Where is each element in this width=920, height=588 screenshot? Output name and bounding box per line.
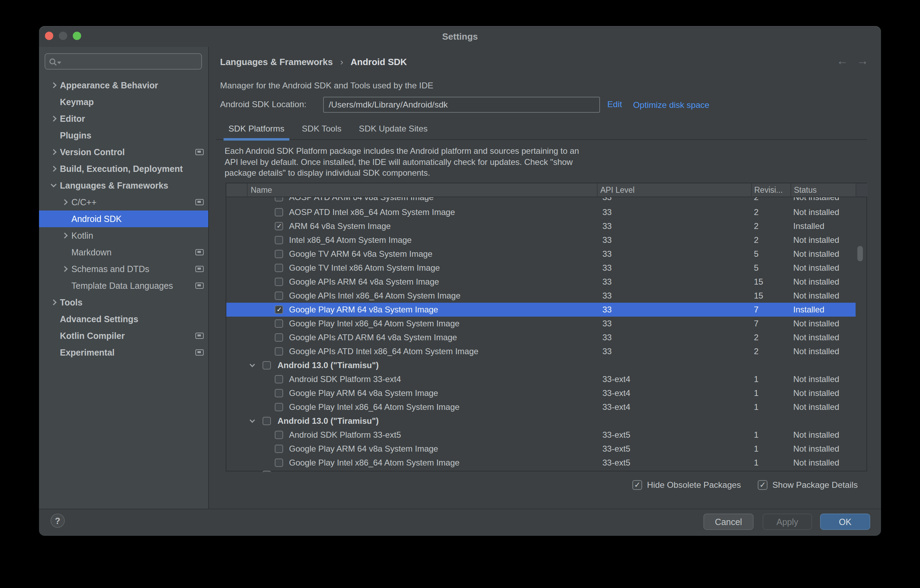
table-row-clipped[interactable]: ✓ AOSP ATD ARM 64 v8a System Image 33 2 … (226, 197, 867, 205)
table-row[interactable]: ✓ ARM 64 v8a System Image 33 2 Installed (226, 219, 855, 233)
sidebar-item-android-sdk[interactable]: Android SDK (39, 210, 208, 227)
chevron-right-icon[interactable] (51, 82, 57, 88)
row-checkbox[interactable]: ✓ (275, 264, 283, 272)
chevron-down-icon[interactable] (249, 417, 255, 423)
column-header-revisi[interactable]: Revisi... (754, 183, 783, 197)
sidebar-item-experimental[interactable]: Experimental (39, 344, 208, 361)
table-row[interactable]: ✓ Google TV Intel x86 Atom System Image … (226, 261, 855, 275)
tab-sdk-tools[interactable]: SDK Tools (297, 120, 347, 140)
sidebar-item-editor[interactable]: Editor (39, 110, 208, 127)
table-row[interactable]: ✓ AOSP ATD Intel x86_64 Atom System Imag… (226, 205, 855, 219)
table-row[interactable]: ✓ Android SDK Platform 33-ext5 33-ext5 1… (226, 428, 855, 442)
row-checkbox[interactable]: ✓ (275, 389, 283, 397)
table-row[interactable]: ✓ Google APIs Intel x86_64 Atom System I… (226, 289, 855, 303)
row-checkbox[interactable]: ✓ (262, 471, 271, 472)
table-row[interactable]: ✓ Android SDK Platform 33-ext4 33-ext4 1… (226, 372, 855, 386)
row-checkbox[interactable]: ✓ (275, 320, 283, 328)
row-checkbox[interactable]: ✓ (275, 250, 283, 258)
table-group-row[interactable]: ✓ (226, 470, 855, 472)
row-checkbox[interactable]: ✓ (275, 445, 283, 453)
option-checkbox[interactable]: ✓ (632, 480, 642, 490)
row-checkbox[interactable]: ✓ (262, 417, 271, 425)
help-button[interactable]: ? (50, 514, 65, 528)
tab-sdk-update-sites[interactable]: SDK Update Sites (354, 120, 432, 140)
sidebar-item-tools[interactable]: Tools (39, 294, 208, 311)
chevron-down-icon[interactable] (51, 182, 57, 187)
sidebar-item-plugins[interactable]: Plugins (39, 127, 208, 144)
sidebar-item-c-c[interactable]: C/C++ (39, 194, 208, 210)
search-input[interactable] (63, 54, 201, 69)
sidebar-item-appearance-behavior[interactable]: Appearance & Behavior (39, 77, 208, 94)
back-arrow-icon[interactable]: ← (836, 54, 848, 68)
sidebar-item-template-data-languages[interactable]: Template Data Languages (39, 277, 208, 294)
chevron-right-icon[interactable] (62, 199, 68, 205)
table-row[interactable]: ✓ Google Play Intel x86_64 Atom System I… (226, 317, 855, 331)
chevron-right-icon[interactable] (51, 300, 57, 305)
row-checkbox[interactable]: ✓ (275, 278, 283, 286)
sidebar-item-version-control[interactable]: Version Control (39, 144, 208, 160)
row-checkbox[interactable]: ✓ (275, 197, 283, 202)
chevron-right-icon[interactable] (51, 116, 57, 122)
sidebar-item-kotlin-compiler[interactable]: Kotlin Compiler (39, 327, 208, 344)
column-divider[interactable] (597, 183, 598, 197)
row-checkbox[interactable]: ✓ (275, 347, 283, 355)
sidebar-item-kotlin[interactable]: Kotlin (39, 227, 208, 244)
chevron-right-icon[interactable] (51, 166, 57, 172)
row-checkbox[interactable]: ✓ (262, 361, 271, 370)
row-checkbox[interactable]: ✓ (275, 333, 283, 342)
sidebar-item-build-execution-deployment[interactable]: Build, Execution, Deployment (39, 160, 208, 177)
table-row[interactable]: ✓ Google TV ARM 64 v8a System Image 33 5… (226, 247, 855, 261)
settings-search-box[interactable] (45, 53, 202, 69)
row-checkbox[interactable]: ✓ (275, 459, 283, 467)
table-row[interactable]: ✓ Google Play ARM 64 v8a System Image 33… (226, 303, 855, 317)
option-show-package-details[interactable]: ✓ Show Package Details (758, 480, 858, 491)
row-checkbox[interactable]: ✓ (275, 292, 283, 300)
forward-arrow-icon[interactable]: → (857, 54, 868, 68)
sidebar-item-keymap[interactable]: Keymap (39, 94, 208, 110)
table-row[interactable]: ✓ Google Play Intel x86_64 Atom System I… (226, 456, 855, 470)
column-header-status[interactable]: Status (794, 183, 816, 197)
row-checkbox[interactable]: ✓ (275, 431, 283, 439)
row-checkbox[interactable]: ✓ (275, 208, 283, 216)
optimize-disk-space-link[interactable]: Optimize disk space (633, 100, 709, 111)
breadcrumb-languages-frameworks[interactable]: Languages & Frameworks (220, 57, 333, 67)
table-group-row[interactable]: ✓ Android 13.0 ("Tiramisu") (226, 359, 855, 372)
sidebar-item-schemas-and-dtds[interactable]: Schemas and DTDs (39, 261, 208, 277)
cancel-button[interactable]: Cancel (703, 514, 753, 530)
sidebar-item-advanced-settings[interactable]: Advanced Settings (39, 311, 208, 327)
row-checkbox[interactable]: ✓ (275, 305, 283, 314)
chevron-right-icon[interactable] (62, 266, 68, 272)
tab-sdk-platforms[interactable]: SDK Platforms (224, 120, 289, 140)
option-hide-obsolete-packages[interactable]: ✓ Hide Obsolete Packages (632, 480, 741, 491)
column-divider[interactable] (790, 183, 791, 197)
sidebar-item-markdown[interactable]: Markdown (39, 244, 208, 261)
table-row[interactable]: ✓ Google APIs ATD Intel x86_64 Atom Syst… (226, 344, 855, 359)
column-header-name[interactable]: Name (251, 183, 272, 197)
chevron-right-icon[interactable] (62, 233, 68, 239)
row-checkbox[interactable]: ✓ (275, 222, 283, 230)
column-header-api-level[interactable]: API Level (600, 183, 635, 197)
row-checkbox[interactable]: ✓ (275, 375, 283, 383)
table-row[interactable]: ✓ Google Play ARM 64 v8a System Image 33… (226, 442, 855, 456)
edit-link[interactable]: Edit (607, 100, 622, 109)
sidebar-item-label: Experimental (60, 344, 115, 361)
apply-button[interactable]: Apply (763, 514, 812, 530)
sidebar-item-languages-frameworks[interactable]: Languages & Frameworks (39, 177, 208, 194)
chevron-right-icon[interactable] (51, 149, 57, 155)
table-group-row[interactable]: ✓ Android 13.0 ("Tiramisu") (226, 414, 855, 428)
chevron-down-icon[interactable] (249, 362, 255, 367)
table-row[interactable]: ✓ Google APIs ARM 64 v8a System Image 33… (226, 275, 855, 289)
row-checkbox[interactable]: ✓ (275, 236, 283, 244)
table-row-clipped[interactable]: ✓ (226, 470, 867, 472)
table-row[interactable]: ✓ Google APIs ATD ARM 64 v8a System Imag… (226, 331, 855, 344)
table-row[interactable]: ✓ Google Play ARM 64 v8a System Image 33… (226, 386, 855, 400)
ok-button[interactable]: OK (820, 514, 870, 530)
table-row[interactable]: ✓ Google Play Intel x86_64 Atom System I… (226, 400, 855, 414)
vertical-scrollbar-thumb[interactable] (857, 246, 863, 261)
table-row[interactable]: ✓ AOSP ATD ARM 64 v8a System Image 33 2 … (226, 197, 855, 204)
sdk-location-field[interactable] (323, 97, 600, 113)
table-row[interactable]: ✓ Intel x86_64 Atom System Image 33 2 No… (226, 233, 855, 247)
column-divider[interactable] (751, 183, 752, 197)
option-checkbox[interactable]: ✓ (758, 480, 768, 490)
row-checkbox[interactable]: ✓ (275, 403, 283, 411)
